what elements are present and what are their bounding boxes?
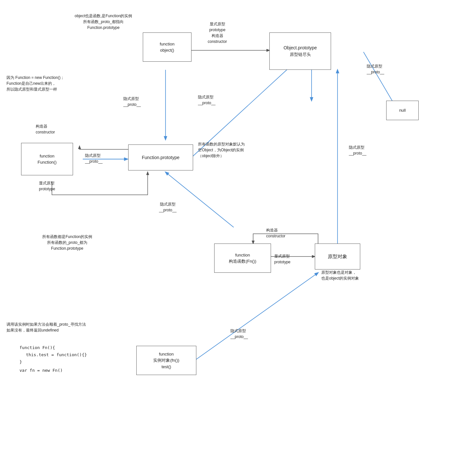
box-function-Function: function Function() [21,143,73,175]
box-instance-fn-line3: test() [162,364,171,370]
box-instance-fn: function 实例对象(fn()) test() [136,346,196,375]
label-implicit-proto-bottom: 隐式原型 __proto__ [159,201,177,213]
label-all-fn-note: 所有函数的原型对象默认为 空Object，为Object的实例 （object除… [198,141,245,159]
label-Function-implicit: 隐式原型 __proto__ [85,153,103,164]
box-function-object-line2: object() [160,47,174,54]
label-proto-obj-note: 原型对象也是对象， 也是object的实例对象 [321,269,359,281]
code-line-2: this.test = function(){} [19,351,87,358]
box-proto-object-line1: 原型对象 [328,253,347,260]
box-function-Function-line1: function [40,153,55,159]
label-call-note: 调用该实例时如果方法会顺着_proto_寻找方法 如果没有，最终返回undefi… [6,321,86,333]
box-Function-prototype-line1: Function.prototype [142,154,179,161]
label-Function-explicit: 显式原型 prototype [39,180,55,192]
label-explicit-proto-fn: 显式原型 prototype [274,253,290,265]
box-instance-fn-line2: 实例对象(fn()) [153,357,179,364]
box-null-line1: null [399,107,406,114]
box-constructor-fn-line1: function [235,252,250,258]
box-proto-object: 原型对象 [315,244,360,269]
label-implicit-proto-fp: 隐式原型 __proto__ [123,96,141,107]
label-all-fn-note2: 所有函数都是Function的实例 所有函数的_proto_都为 Functio… [42,234,92,251]
svg-line-5 [166,172,234,227]
box-object-prototype-line2: 原型链尽头 [290,51,311,58]
label-constructor-left: 构造器 constructor [36,123,55,135]
box-function-object-line1: function [160,41,175,47]
box-null: null [386,101,419,120]
code-line-4: var fn = new Fn() [19,367,87,374]
label-implicit-proto-op2: 隐式原型 __proto__ [349,144,366,156]
box-constructor-fn: function 构造函数(Fn()) [214,244,271,273]
box-object-prototype-line1: Object.prototype [284,44,317,51]
label-explicit-proto-top: 显式原型 prototype 构造器 constructor [208,21,227,44]
box-object-prototype: Object.prototype 原型链尽头 [269,32,331,70]
diagram-container: function object() Object.prototype 原型链尽头… [0,0,455,476]
box-constructor-fn-line2: 构造函数(Fn()) [229,258,256,265]
svg-line-9 [363,52,396,107]
box-instance-fn-line1: function [159,351,174,357]
label-top-note: object也是函数,是Function的实例 所有函数_proto_都指向 F… [75,13,132,31]
label-constructor-fn: 构造器 constructor [266,227,285,239]
box-function-object: function object() [143,32,191,62]
code-block: function Fn(){ this.test = function(){} … [19,344,87,374]
label-Function-note: 因为 Function = new Function()； Function是自… [6,75,64,92]
label-implicit-proto-instance: 隐式原型 __proto__ [230,328,248,340]
code-line-1: function Fn(){ [19,344,87,351]
box-Function-prototype: Function.prototype [128,144,193,170]
box-function-Function-line2: Function() [38,159,57,166]
label-null-implicit: 隐式原型 __proto__ [367,63,384,75]
code-line-3: } [19,358,87,366]
label-implicit-proto-op: 隐式原型 __proto__ [198,94,215,106]
svg-line-8 [195,273,318,360]
